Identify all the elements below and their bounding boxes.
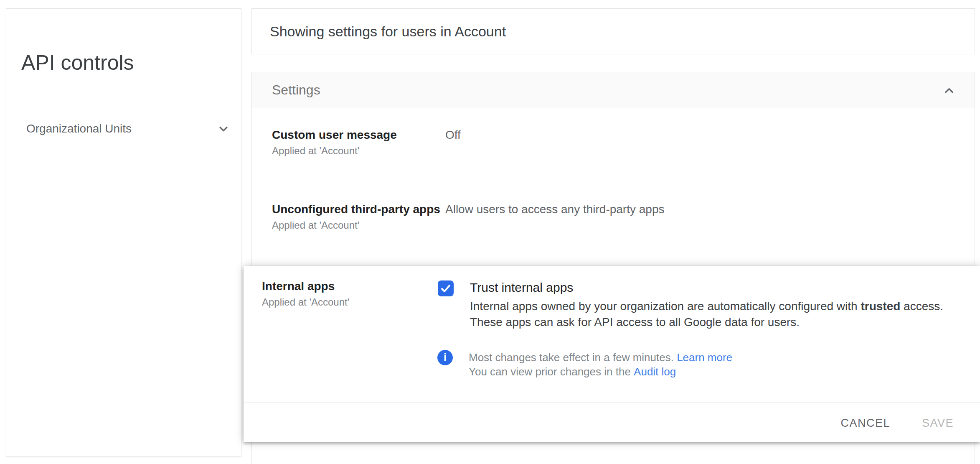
panel-divider — [244, 403, 980, 403]
sidebar-item-organizational-units[interactable]: Organizational Units — [6, 109, 241, 148]
setting-value: Allow users to access any third-party ap… — [445, 202, 664, 217]
setting-applied-at: Applied at 'Account' — [272, 219, 359, 232]
description-line-2: These apps can ask for API access to all… — [470, 314, 943, 330]
collapse-section-button[interactable] — [942, 83, 956, 97]
settings-section-header[interactable]: Settings — [252, 72, 975, 108]
learn-more-link[interactable]: Learn more — [677, 351, 732, 364]
info-text: Most changes take effect in a few minute… — [469, 351, 677, 364]
chevron-up-icon — [942, 83, 956, 97]
info-text: You can view prior changes in the — [469, 365, 634, 378]
description-bold-text: trusted — [861, 300, 900, 313]
setting-label: Unconfigured third-party apps — [272, 202, 440, 217]
internal-apps-edit-panel: Internal apps Applied at 'Account' Trust… — [244, 266, 980, 442]
setting-label: Custom user message — [272, 128, 397, 142]
info-line-2: You can view prior changes in the Audit … — [469, 365, 732, 379]
sidebar-header: API controls — [6, 9, 241, 98]
scope-header-title: Showing settings for users in Account — [270, 23, 506, 40]
organizational-units-label: Organizational Units — [26, 122, 132, 135]
internal-apps-description: Internal apps owned by your organization… — [470, 298, 943, 330]
setting-applied-at: Applied at 'Account' — [262, 296, 349, 308]
info-line-1: Most changes take effect in a few minute… — [469, 350, 732, 365]
settings-section-title: Settings — [272, 82, 320, 98]
api-controls-sidebar: API controls Organizational Units — [6, 8, 241, 457]
description-line-1: Internal apps owned by your organization… — [470, 298, 943, 314]
description-text: access. — [900, 300, 943, 313]
trust-internal-apps-label[interactable]: Trust internal apps — [470, 280, 573, 296]
trust-internal-apps-checkbox[interactable] — [438, 280, 454, 296]
scope-header-card: Showing settings for users in Account — [251, 8, 975, 54]
chevron-down-icon[interactable] — [216, 122, 231, 136]
cancel-button[interactable]: CANCEL — [839, 414, 892, 432]
page-title: API controls — [21, 51, 134, 75]
save-button[interactable]: SAVE — [920, 414, 955, 432]
description-text: Internal apps owned by your organization… — [470, 300, 861, 313]
info-note: Most changes take effect in a few minute… — [469, 350, 732, 379]
setting-row-unconfigured-third-party-apps[interactable]: Unconfigured third-party apps Applied at… — [252, 187, 974, 258]
setting-value: Off — [445, 128, 461, 142]
checkmark-icon — [439, 282, 452, 295]
setting-row-custom-user-message[interactable]: Custom user message Applied at 'Account'… — [252, 112, 974, 184]
setting-applied-at: Applied at 'Account' — [272, 145, 359, 157]
audit-log-link[interactable]: Audit log — [634, 365, 676, 378]
panel-actions: CANCEL SAVE — [839, 410, 955, 436]
info-icon: i — [437, 350, 453, 365]
setting-label: Internal apps — [262, 279, 335, 293]
